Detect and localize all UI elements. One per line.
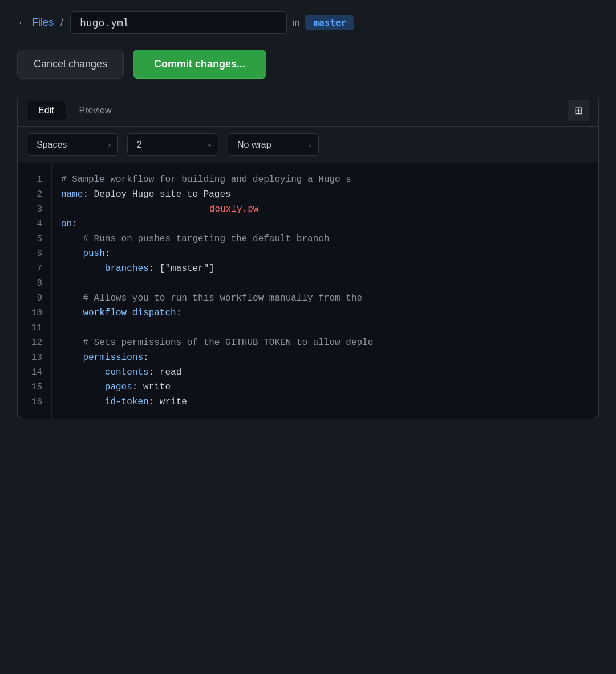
sidebar-toggle-button[interactable]: ⊞ — [568, 100, 589, 121]
toolbar: Spaces Tabs ⬦ 2 4 8 ⬦ No wrap Soft wrap … — [18, 127, 598, 163]
line-num-10: 10 — [18, 306, 51, 320]
header-row: ← Files / in master — [17, 11, 599, 34]
back-link[interactable]: ← Files — [17, 16, 54, 29]
line-num-5: 5 — [18, 232, 51, 246]
line-num-3: 3 — [18, 202, 51, 217]
code-line-13-colon: : — [143, 352, 149, 363]
code-line-14-key: contents — [105, 367, 149, 377]
branch-badge: master — [305, 15, 354, 30]
code-line-15-value: : write — [132, 382, 171, 392]
line-num-12: 12 — [18, 335, 51, 350]
wrap-mode-wrapper: No wrap Soft wrap ⬦ — [228, 133, 319, 156]
action-row: Cancel changes Commit changes... — [17, 50, 599, 79]
indent-size-select[interactable]: 2 4 8 — [127, 133, 218, 156]
code-line-5: # Runs on pushes targeting the default b… — [61, 232, 589, 246]
code-line-2-sep: : Deploy Hugo site to Pages — [83, 189, 230, 200]
code-line-14-indent — [61, 367, 105, 377]
code-line-1-text: # Sample workflow for building and deplo… — [61, 174, 351, 185]
watermark-text: deuxly.pw — [209, 204, 258, 214]
code-line-10-colon: : — [176, 308, 182, 318]
code-line-3: deuxly.pw — [61, 202, 589, 217]
commit-changes-button[interactable]: Commit changes... — [133, 50, 266, 79]
code-line-4-colon: : — [72, 219, 78, 229]
line-num-6: 6 — [18, 246, 51, 261]
code-line-4: on: — [61, 217, 589, 232]
code-line-5-text: # Runs on pushes targeting the default b… — [83, 234, 329, 244]
code-editor-area[interactable]: 1 2 3 4 5 6 7 8 9 10 11 12 13 14 15 16 — [18, 163, 598, 419]
code-line-2-key: name — [61, 189, 83, 200]
line-num-1: 1 — [18, 172, 51, 187]
indent-size-wrapper: 2 4 8 ⬦ — [127, 133, 218, 156]
cancel-changes-button[interactable]: Cancel changes — [17, 50, 124, 79]
code-line-13-key: permissions — [83, 352, 143, 363]
back-text: Files — [32, 17, 54, 29]
indent-type-select[interactable]: Spaces Tabs — [27, 133, 118, 156]
code-line-10-key: workflow_dispatch — [83, 308, 176, 318]
tab-group: Edit Preview — [27, 101, 123, 120]
code-line-4-key: on — [61, 219, 72, 229]
code-line-16-value: : write — [149, 397, 187, 407]
editor-container: Edit Preview ⊞ Spaces Tabs ⬦ 2 4 8 — [17, 95, 599, 419]
breadcrumb-separator: / — [60, 17, 63, 29]
code-line-16-key: id-token — [105, 397, 149, 407]
code-line-12: # Sets permissions of the GITHUB_TOKEN t… — [61, 335, 589, 350]
code-line-14: contents: read — [61, 365, 589, 380]
code-line-6-indent — [61, 249, 83, 259]
code-line-7-value: : ["master"] — [149, 263, 214, 274]
code-line-16-indent — [61, 397, 105, 407]
code-line-1: # Sample workflow for building and deplo… — [61, 172, 589, 187]
back-arrow-icon: ← — [17, 16, 29, 29]
code-line-14-value: : read — [149, 367, 182, 377]
line-numbers: 1 2 3 4 5 6 7 8 9 10 11 12 13 14 15 16 — [18, 163, 52, 419]
code-line-9: # Allows you to run this workflow manual… — [61, 291, 589, 306]
line-num-14: 14 — [18, 365, 51, 380]
tab-preview[interactable]: Preview — [68, 101, 123, 120]
line-num-13: 13 — [18, 350, 51, 365]
code-line-13-indent — [61, 352, 83, 363]
tab-edit[interactable]: Edit — [27, 101, 66, 120]
code-line-12-indent — [61, 338, 83, 348]
code-line-6-colon: : — [105, 249, 111, 259]
code-line-5-indent — [61, 234, 83, 244]
code-line-10: workflow_dispatch: — [61, 306, 589, 320]
line-num-8: 8 — [18, 276, 51, 291]
line-num-7: 7 — [18, 261, 51, 276]
code-line-9-indent — [61, 293, 83, 303]
line-num-9: 9 — [18, 291, 51, 306]
line-num-2: 2 — [18, 187, 51, 202]
code-line-15-indent — [61, 382, 105, 392]
sidebar-toggle-icon: ⊞ — [574, 104, 583, 117]
code-line-9-text: # Allows you to run this workflow manual… — [83, 293, 362, 303]
code-line-2: name: Deploy Hugo site to Pages — [61, 187, 589, 202]
code-line-11 — [61, 320, 589, 335]
code-line-15-key: pages — [105, 382, 132, 392]
line-num-11: 11 — [18, 320, 51, 335]
code-line-6-key: push — [83, 249, 104, 259]
tab-bar: Edit Preview ⊞ — [18, 95, 598, 127]
indent-type-wrapper: Spaces Tabs ⬦ — [27, 133, 118, 156]
code-line-6: push: — [61, 246, 589, 261]
line-num-15: 15 — [18, 380, 51, 395]
code-line-16: id-token: write — [61, 395, 589, 409]
code-line-12-text: # Sets permissions of the GITHUB_TOKEN t… — [83, 338, 373, 348]
code-line-7-key: branches — [105, 263, 149, 274]
filename-input[interactable] — [70, 11, 287, 34]
line-num-16: 16 — [18, 395, 51, 409]
wrap-mode-select[interactable]: No wrap Soft wrap — [228, 133, 319, 156]
in-label: in — [293, 18, 299, 28]
code-line-7: branches: ["master"] — [61, 261, 589, 276]
code-line-10-indent — [61, 308, 83, 318]
code-line-13: permissions: — [61, 350, 589, 365]
code-line-7-indent — [61, 263, 105, 274]
page-container: ← Files / in master Cancel changes Commi… — [0, 0, 616, 442]
code-line-8 — [61, 276, 589, 291]
code-line-15: pages: write — [61, 380, 589, 395]
code-content[interactable]: # Sample workflow for building and deplo… — [52, 163, 598, 419]
line-num-4: 4 — [18, 217, 51, 232]
